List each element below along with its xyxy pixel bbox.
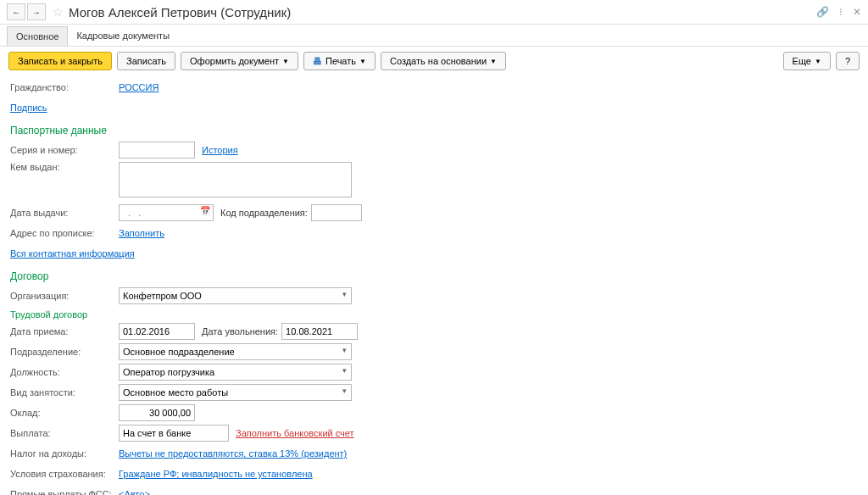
payout-label: Выплата: [10,428,119,438]
issue-date-input[interactable] [119,204,214,221]
org-input[interactable] [119,287,352,304]
issued-label: Кем выдан: [10,162,119,172]
citizenship-label: Гражданство: [10,82,119,92]
dept-label: Подразделение: [10,347,119,357]
save-close-button[interactable]: Записать и закрыть [8,52,112,70]
salary-input[interactable] [119,404,195,421]
fire-date-input[interactable] [281,323,358,340]
expand-icon[interactable]: ⁝ [839,6,843,18]
save-button[interactable]: Записать [117,52,175,70]
more-button[interactable]: Еще ▼ [783,52,831,70]
hire-date-input[interactable] [119,323,195,340]
link-icon[interactable]: 🔗 [816,6,829,18]
insurance-label: Условия страхования: [10,469,119,479]
all-contacts-link[interactable]: Вся контактная информация [10,248,135,259]
employment-type-input[interactable] [119,384,352,401]
tax-link[interactable]: Вычеты не предоставляются, ставка 13% (р… [119,448,347,459]
issued-input[interactable] [119,162,352,197]
position-input[interactable] [119,364,352,381]
address-label: Адрес по прописке: [10,228,119,238]
favorite-icon[interactable]: ☆ [53,5,64,19]
fire-date-label: Дата увольнения: [202,326,278,336]
dept-input[interactable] [119,343,352,360]
window-title: Могов Алексей Петрович (Сотрудник) [69,5,816,19]
dept-code-label: Код подразделения: [220,208,308,218]
bank-account-link[interactable]: Заполнить банковский счет [236,428,354,438]
address-fill-link[interactable]: Заполнить [119,228,164,238]
print-button[interactable]: 🖶 Печать ▼ [303,52,376,70]
payout-input[interactable] [119,425,229,442]
signature-link[interactable]: Подпись [10,103,47,113]
issue-date-label: Дата выдачи: [10,208,119,218]
employment-contract-header: Трудовой договор [10,309,858,320]
close-icon[interactable]: ✕ [853,6,861,18]
tab-hr-docs[interactable]: Кадровые документы [68,26,178,46]
employment-type-label: Вид занятости: [10,387,119,398]
make-document-button[interactable]: Оформить документ ▼ [181,52,298,70]
fss-link[interactable]: <Авто> [119,489,150,495]
help-button[interactable]: ? [836,52,860,70]
create-based-button[interactable]: Создать на основании ▼ [381,52,506,70]
insurance-link[interactable]: Граждане РФ; инвалидность не установлена [119,469,313,479]
position-label: Должность: [10,367,119,377]
forward-button[interactable]: → [27,3,46,20]
history-link[interactable]: История [202,145,238,155]
tab-main[interactable]: Основное [7,26,68,46]
form-content: Гражданство: РОССИЯ Подпись Паспортные д… [0,75,868,495]
series-input[interactable] [119,142,195,159]
contract-header: Договор [10,270,858,282]
hire-date-label: Дата приема: [10,326,119,336]
series-label: Серия и номер: [10,145,119,155]
tax-label: Налог на доходы: [10,448,119,459]
org-label: Организация: [10,291,119,301]
dept-code-input[interactable] [311,204,362,221]
back-button[interactable]: ← [7,3,25,20]
citizenship-link[interactable]: РОССИЯ [119,82,159,92]
salary-label: Оклад: [10,408,119,418]
printer-icon: 🖶 [313,56,322,66]
passport-header: Паспортные данные [10,125,858,136]
fss-label: Прямые выплаты ФСС: [10,489,119,495]
